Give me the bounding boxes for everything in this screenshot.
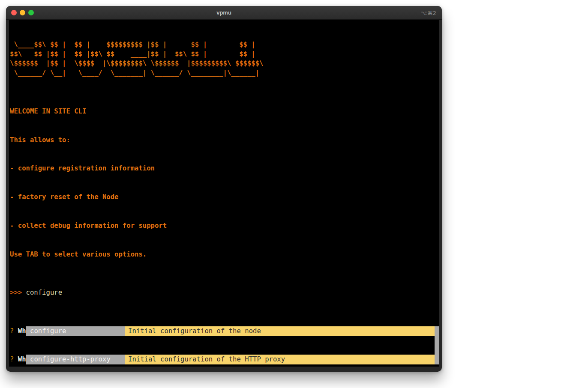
scrollbar-track[interactable]: [435, 326, 439, 364]
welcome-line: - collect debug information for support: [10, 221, 439, 230]
completion-description: Initial configuration of the node: [125, 326, 435, 336]
question-mark: ?: [10, 327, 14, 335]
question-mark: ?: [10, 355, 14, 363]
typed-command: configure: [26, 289, 63, 296]
window-shortcut-badge: ⌥⌘2: [421, 6, 436, 20]
executed-command-line: >>>configure: [10, 288, 439, 297]
prompt-symbol: >>>: [10, 289, 22, 296]
welcome-line: WELCOME IN SITE CLI: [10, 107, 439, 116]
welcome-line: Use TAB to select various options.: [10, 250, 439, 259]
welcome-line: - configure registration information: [10, 164, 439, 173]
completion-menu: configureInitial configuration of the no…: [26, 307, 439, 364]
completion-command[interactable]: configure-http-proxy: [26, 355, 125, 364]
completion-command[interactable]: configure: [26, 326, 125, 336]
completion-item[interactable]: configure-http-proxyInitial configuratio…: [26, 355, 439, 364]
welcome-line: - factory reset of the Node: [10, 192, 439, 202]
welcome-line: This allows to:: [10, 135, 439, 145]
titlebar[interactable]: vpmu ⌥⌘2: [6, 6, 442, 20]
terminal-window: vpmu ⌥⌘2 \____$$\ $$ | $$ | $$$$$$$$$ |$…: [6, 6, 442, 372]
completion-scrollbar[interactable]: [435, 307, 439, 364]
terminal-screen[interactable]: \____$$\ $$ | $$ | $$$$$$$$$ |$$ | $$ | …: [9, 20, 439, 367]
ascii-banner: \____$$\ $$ | $$ | $$$$$$$$$ |$$ | $$ | …: [10, 40, 439, 78]
scrollbar-thumb[interactable]: [435, 307, 439, 326]
window-title: vpmu: [6, 6, 442, 20]
completion-item[interactable]: configureInitial configuration of the no…: [26, 326, 439, 336]
completion-description: Initial configuration of the HTTP proxy: [125, 355, 435, 364]
